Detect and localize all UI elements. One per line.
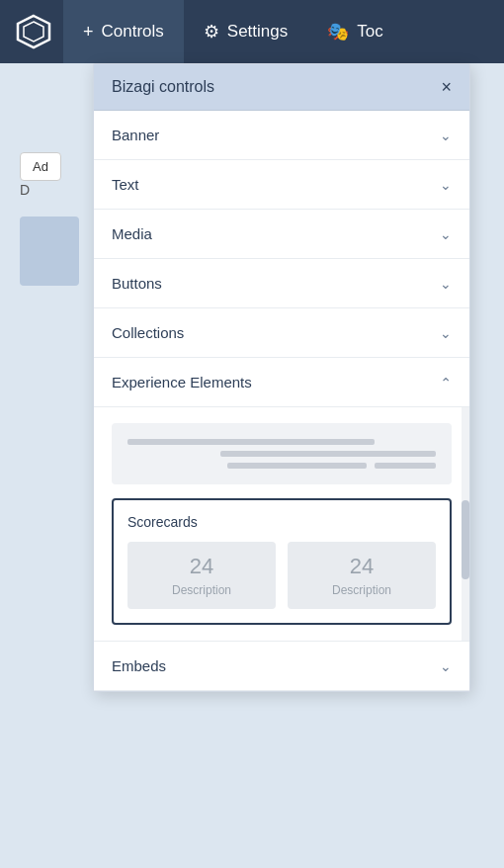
- preview-widget: [112, 423, 452, 484]
- scorecard-desc-2: Description: [332, 583, 391, 597]
- top-nav: + Controls ⚙ Settings 🎭 Toc: [0, 0, 504, 63]
- media-label: Media: [112, 225, 152, 242]
- experience-elements-chevron-icon: ⌄: [440, 375, 452, 391]
- accordion-item-text[interactable]: Text ⌄: [94, 160, 469, 210]
- embeds-chevron-icon: ⌄: [440, 658, 452, 674]
- preview-line-4: [375, 463, 436, 469]
- nav-settings[interactable]: ⚙ Settings: [184, 0, 307, 63]
- logo[interactable]: [12, 10, 55, 53]
- scorecard-desc-1: Description: [172, 583, 231, 597]
- collections-label: Collections: [112, 324, 184, 341]
- scorecard-number-1: 24: [190, 554, 213, 579]
- experience-elements-label: Experience Elements: [112, 374, 252, 391]
- bg-label: D: [20, 182, 30, 198]
- banner-label: Banner: [112, 127, 159, 143]
- scorecards-widget[interactable]: Scorecards 24 Description 24 Description: [112, 498, 452, 625]
- accordion-item-banner[interactable]: Banner ⌄: [94, 111, 469, 160]
- svg-marker-1: [24, 22, 43, 42]
- accordion-item-embeds[interactable]: Embeds ⌄: [94, 642, 469, 691]
- nav-controls[interactable]: + Controls: [63, 0, 184, 63]
- text-chevron-icon: ⌄: [440, 177, 452, 193]
- preview-line-2: [220, 451, 436, 457]
- panel-title: Bizagi controls: [112, 78, 214, 96]
- scorecards-cards: 24 Description 24 Description: [127, 542, 436, 609]
- preview-line-1: [127, 439, 375, 445]
- accordion-item-experience-elements[interactable]: Experience Elements ⌄: [94, 358, 469, 407]
- text-label: Text: [112, 176, 139, 193]
- accordion-item-media[interactable]: Media ⌄: [94, 210, 469, 259]
- collections-chevron-icon: ⌄: [440, 325, 452, 341]
- scorecard-card-2: 24 Description: [288, 542, 436, 609]
- panel-header: Bizagi controls ×: [94, 64, 469, 111]
- buttons-chevron-icon: ⌄: [440, 276, 452, 292]
- toc-icon: 🎭: [327, 21, 349, 43]
- scrollbar-track: [462, 407, 469, 641]
- scrollbar-thumb[interactable]: [462, 500, 469, 579]
- gear-icon: ⚙: [204, 21, 219, 43]
- scorecard-card-1: 24 Description: [127, 542, 276, 609]
- panel-close-button[interactable]: ×: [441, 78, 452, 96]
- buttons-label: Buttons: [112, 275, 162, 292]
- nav-controls-label: Controls: [102, 22, 164, 42]
- nav-toc[interactable]: 🎭 Toc: [307, 0, 402, 63]
- accordion-item-buttons[interactable]: Buttons ⌄: [94, 259, 469, 308]
- media-chevron-icon: ⌄: [440, 226, 452, 242]
- bg-button[interactable]: Ad: [20, 152, 61, 181]
- scorecard-number-2: 24: [350, 554, 374, 579]
- nav-toc-label: Toc: [357, 22, 382, 42]
- embeds-label: Embeds: [112, 657, 166, 674]
- banner-chevron-icon: ⌄: [440, 128, 452, 143]
- controls-panel: Bizagi controls × Banner ⌄ Text ⌄ Media …: [93, 63, 470, 692]
- scorecards-title: Scorecards: [127, 514, 436, 530]
- experience-elements-content: Scorecards 24 Description 24 Description: [94, 407, 469, 642]
- svg-marker-0: [18, 16, 49, 47]
- preview-line-3: [227, 463, 366, 469]
- nav-settings-label: Settings: [227, 22, 288, 42]
- bg-card: [20, 217, 79, 286]
- plus-icon: +: [83, 22, 94, 43]
- accordion-item-collections[interactable]: Collections ⌄: [94, 308, 469, 358]
